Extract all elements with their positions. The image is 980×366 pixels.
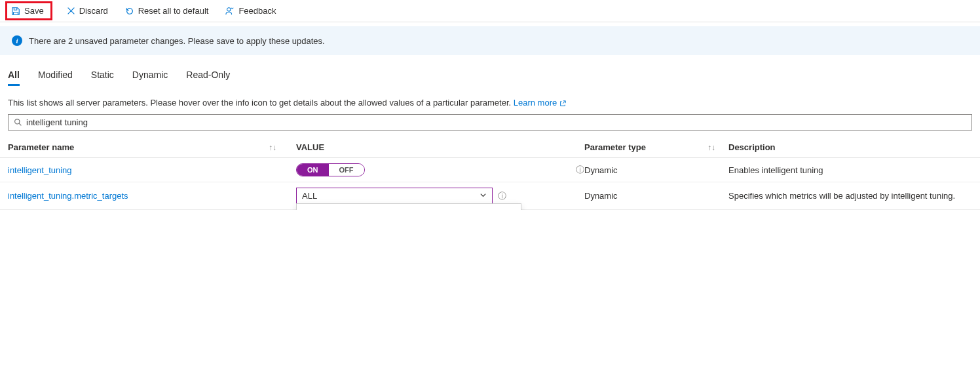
param-link[interactable]: intelligent_tuning.metric_targets xyxy=(8,191,128,201)
discard-label: Discard xyxy=(79,6,108,16)
metric-targets-select[interactable]: ALL STORAGE-BGWRITER_DELAY STORAGE-CHECK… xyxy=(296,188,493,204)
tab-all[interactable]: All xyxy=(8,70,20,86)
param-type: Dynamic xyxy=(584,165,728,175)
external-link-icon xyxy=(559,98,566,108)
feedback-label: Feedback xyxy=(238,6,276,16)
col-header-name[interactable]: Parameter name ↑↓ xyxy=(8,142,296,152)
close-icon xyxy=(67,7,75,15)
info-icon[interactable]: ⓘ xyxy=(498,190,506,202)
svg-point-1 xyxy=(15,119,20,124)
save-label: Save xyxy=(24,6,44,16)
sort-icon: ↑↓ xyxy=(269,143,276,152)
param-desc: Specifies which metrics will be adjusted… xyxy=(728,191,972,201)
search-input[interactable] xyxy=(26,117,966,127)
col-header-desc[interactable]: Description xyxy=(728,142,972,152)
reset-button[interactable]: Reset all to default xyxy=(122,5,212,17)
table-row: intelligent_tuning.metric_targets ALL ST… xyxy=(0,182,980,210)
feedback-button[interactable]: Feedback xyxy=(223,5,278,17)
sort-icon: ↑↓ xyxy=(707,143,715,152)
select-value: ALL xyxy=(302,191,317,201)
tab-modified[interactable]: Modified xyxy=(38,70,73,86)
feedback-icon xyxy=(225,7,235,16)
param-desc: Enables intelligent tuning xyxy=(728,165,972,175)
param-link[interactable]: intelligent_tuning xyxy=(8,165,72,175)
chevron-down-icon xyxy=(480,191,487,201)
toggle-on-off[interactable]: ON OFF xyxy=(296,163,365,176)
search-icon xyxy=(14,118,22,127)
param-type: Dynamic xyxy=(584,191,728,201)
tab-dynamic[interactable]: Dynamic xyxy=(132,70,168,86)
info-banner: i There are 2 unsaved parameter changes.… xyxy=(0,26,980,55)
page-description: This list shows all server parameters. P… xyxy=(0,89,980,114)
reset-label: Reset all to default xyxy=(138,6,209,16)
toggle-off: OFF xyxy=(329,164,364,176)
metric-targets-dropdown: STORAGE-BGWRITER_DELAY STORAGE-CHECKPOIN… xyxy=(296,203,521,210)
info-icon: i xyxy=(12,35,22,46)
dropdown-option[interactable]: STORAGE-BGWRITER_DELAY xyxy=(297,207,521,210)
table-row: intelligent_tuning ON OFF ⓘ Dynamic Enab… xyxy=(0,158,980,182)
table-header: Parameter name ↑↓ VALUE Parameter type ↑… xyxy=(0,137,980,158)
tab-static[interactable]: Static xyxy=(91,70,114,86)
save-button[interactable]: Save xyxy=(5,1,52,20)
svg-point-0 xyxy=(227,7,231,10)
tab-readonly[interactable]: Read-Only xyxy=(186,70,230,86)
learn-more-link[interactable]: Learn more xyxy=(514,98,566,108)
toggle-on: ON xyxy=(297,164,329,176)
banner-text: There are 2 unsaved parameter changes. P… xyxy=(29,36,325,46)
col-header-value[interactable]: VALUE xyxy=(296,142,584,152)
toolbar: Save Discard Reset all to default Feedba… xyxy=(0,0,980,22)
discard-button[interactable]: Discard xyxy=(64,5,111,17)
reset-icon xyxy=(125,7,134,16)
search-box[interactable] xyxy=(8,114,972,131)
filter-tabs: All Modified Static Dynamic Read-Only xyxy=(0,55,980,89)
col-header-type[interactable]: Parameter type ↑↓ xyxy=(584,142,728,152)
info-icon[interactable]: ⓘ xyxy=(576,164,584,176)
save-icon xyxy=(11,7,20,16)
